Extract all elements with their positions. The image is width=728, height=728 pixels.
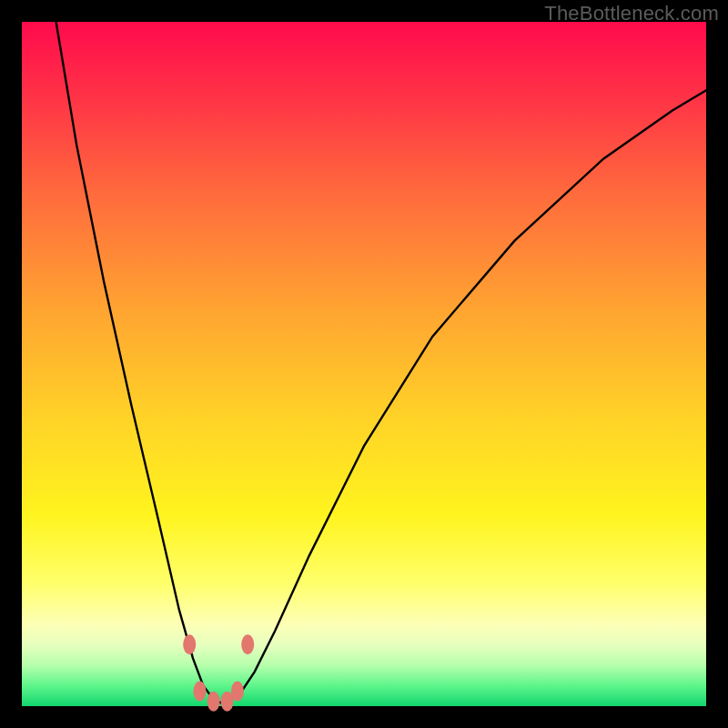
chart-plot-area xyxy=(22,22,706,706)
bottleneck-curve-path xyxy=(56,22,706,703)
curve-markers xyxy=(183,634,254,711)
curve-marker xyxy=(183,634,196,654)
bottleneck-curve-svg xyxy=(22,22,706,706)
curve-marker xyxy=(231,682,244,702)
curve-marker xyxy=(207,692,220,712)
curve-marker xyxy=(241,634,254,654)
curve-marker xyxy=(194,682,207,702)
